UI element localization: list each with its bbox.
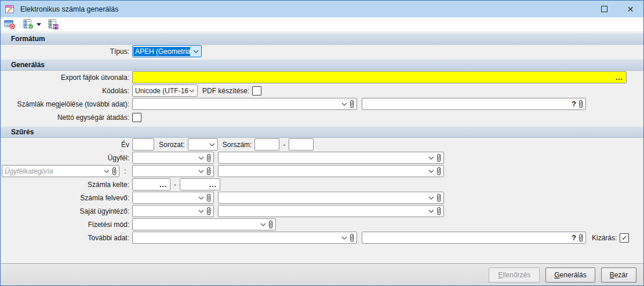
paperclip-icon[interactable] bbox=[436, 154, 441, 162]
tovabbi-adat-combo[interactable] bbox=[132, 232, 357, 244]
ellenorzes-button[interactable]: Ellenőrzés bbox=[489, 267, 540, 283]
ugyfelkategoria-combo[interactable]: Ügyfélkategória bbox=[2, 165, 119, 177]
ugyfel-row: Ügyfél: bbox=[1, 151, 643, 164]
megjeloles-extra-field[interactable]: ? bbox=[362, 98, 586, 110]
chevron-down-icon[interactable] bbox=[190, 46, 201, 57]
paperclip-icon[interactable] bbox=[436, 194, 441, 202]
close-icon: ✕ bbox=[627, 5, 634, 14]
maximize-button[interactable] bbox=[591, 1, 617, 17]
paperclip-icon[interactable] bbox=[578, 100, 583, 108]
ugyfelkategoria-value-combo[interactable] bbox=[132, 165, 214, 177]
szamla-kelte-row: Számla kelte: ... - ... bbox=[1, 178, 643, 191]
export-path-field[interactable]: ... bbox=[132, 71, 627, 83]
pdf-label: PDF készítése: bbox=[198, 87, 252, 95]
fizetesi-mod-row: Fizetési mód: bbox=[1, 218, 643, 231]
checklist-save-button[interactable] bbox=[46, 18, 60, 31]
form-cancel-icon bbox=[4, 19, 16, 30]
chevron-down-icon[interactable] bbox=[209, 143, 215, 146]
sorszam-label: Sorszám: bbox=[218, 141, 255, 149]
chevron-down-icon[interactable] bbox=[198, 196, 204, 200]
sajat-ugyintezo-name-combo[interactable] bbox=[218, 205, 444, 217]
szamla-felvevo-name-combo[interactable] bbox=[218, 192, 444, 204]
generalas-button[interactable]: Generálás bbox=[545, 267, 595, 283]
kodolas-label: Kódolás: bbox=[2, 87, 132, 95]
chevron-down-icon[interactable] bbox=[341, 236, 347, 240]
titlebar[interactable]: Elektronikus számla generálás ✕ bbox=[1, 1, 643, 17]
paperclip-icon[interactable] bbox=[268, 221, 273, 229]
szamla-felvevo-combo[interactable] bbox=[132, 192, 214, 204]
fizetesi-mod-label: Fizetési mód: bbox=[2, 221, 132, 229]
tovabbi-adat-extra-field[interactable]: ? bbox=[362, 232, 586, 244]
netto-row: Nettó egységár átadás: bbox=[1, 111, 643, 124]
help-icon[interactable]: ? bbox=[572, 100, 576, 108]
dialog-window: Elektronikus számla generálás ✕ bbox=[0, 0, 644, 286]
fizetesi-mod-combo[interactable] bbox=[132, 218, 276, 230]
paperclip-icon[interactable] bbox=[206, 154, 211, 162]
button-label: Bezár bbox=[610, 271, 628, 279]
chevron-down-icon[interactable] bbox=[341, 102, 347, 106]
paperclip-icon[interactable] bbox=[206, 194, 211, 202]
kizaras-label: Kizárás: bbox=[586, 234, 620, 242]
checklist-run-button[interactable] bbox=[21, 18, 35, 31]
toolbar bbox=[1, 17, 643, 32]
help-icon[interactable]: ? bbox=[572, 234, 576, 242]
range-dash: - bbox=[170, 181, 180, 189]
ev-field[interactable] bbox=[132, 138, 154, 151]
section-header-formatum: Formátum bbox=[1, 33, 643, 45]
chevron-down-icon[interactable] bbox=[189, 89, 195, 93]
paperclip-icon[interactable] bbox=[436, 207, 441, 215]
paperclip-icon[interactable] bbox=[436, 167, 441, 175]
ugyfel-combo[interactable] bbox=[132, 152, 214, 164]
netto-checkbox[interactable] bbox=[132, 113, 141, 122]
pdf-checkbox[interactable] bbox=[252, 86, 261, 96]
paperclip-icon[interactable] bbox=[350, 100, 354, 108]
szamla-kelte-to-field[interactable]: ... bbox=[180, 178, 220, 190]
chevron-down-icon[interactable] bbox=[198, 156, 204, 160]
paperclip-icon[interactable] bbox=[350, 234, 354, 242]
window-title: Elektronikus számla generálás bbox=[20, 5, 591, 13]
ugyfelkategoria-separator: : bbox=[119, 167, 129, 175]
bezar-button[interactable]: Bezár bbox=[601, 267, 636, 283]
section-header-szures: Szűrés bbox=[1, 126, 643, 138]
sajat-ugyintezo-combo[interactable] bbox=[132, 205, 214, 217]
chevron-down-icon[interactable] bbox=[428, 170, 434, 173]
ev-sorozat-sorszam-row: Év Sorozat: Sorszám: - bbox=[1, 138, 643, 151]
form-cancel-button[interactable] bbox=[3, 18, 17, 31]
chevron-down-icon[interactable] bbox=[198, 170, 204, 173]
export-path-row: Export fájlok útvonala: ... bbox=[1, 71, 643, 84]
browse-button[interactable]: ... bbox=[616, 75, 626, 80]
maximize-icon bbox=[601, 6, 607, 12]
chevron-down-icon[interactable] bbox=[104, 170, 110, 173]
szamla-kelte-from-field[interactable]: ... bbox=[132, 178, 170, 190]
chevron-down-icon[interactable] bbox=[428, 156, 434, 160]
ugyfel-name-combo[interactable] bbox=[218, 152, 444, 164]
paperclip-icon[interactable] bbox=[112, 167, 117, 175]
paperclip-icon[interactable] bbox=[578, 234, 583, 242]
sorozat-combo[interactable] bbox=[188, 138, 218, 151]
chevron-down-icon[interactable] bbox=[428, 196, 434, 200]
kodolas-row: Kódolás: Unicode (UTF-16) PDF készítése: bbox=[1, 84, 643, 97]
date-picker-button[interactable]: ... bbox=[209, 182, 220, 188]
paperclip-icon[interactable] bbox=[206, 167, 211, 175]
tipus-combo[interactable]: APEH (Geometria) bbox=[132, 45, 202, 57]
sajat-ugyintezo-row: Saját ügyintéző: bbox=[1, 204, 643, 218]
close-button[interactable]: ✕ bbox=[617, 1, 643, 17]
chevron-down-icon[interactable] bbox=[198, 210, 204, 213]
megjeloles-combo[interactable] bbox=[132, 98, 357, 110]
checklist-save-icon bbox=[48, 19, 59, 30]
chevron-down-icon[interactable] bbox=[428, 210, 434, 213]
sorszam-to-field[interactable] bbox=[289, 138, 314, 151]
ugyfelkategoria-name-combo[interactable] bbox=[218, 165, 444, 177]
szamla-kelte-label: Számla kelte: bbox=[2, 181, 132, 189]
date-picker-button[interactable]: ... bbox=[159, 182, 170, 188]
megjeloles-label: Számlák megjelölése (további adat): bbox=[2, 100, 132, 108]
dropdown-arrow-icon[interactable] bbox=[37, 23, 41, 26]
kodolas-value: Unicode (UTF-16) bbox=[133, 87, 189, 95]
dialog-body: Formátum Típus: APEH (Geometria) Generál… bbox=[1, 32, 643, 263]
chevron-down-icon[interactable] bbox=[260, 223, 266, 226]
sorszam-from-field[interactable] bbox=[254, 138, 279, 151]
kodolas-combo[interactable]: Unicode (UTF-16) bbox=[132, 85, 198, 97]
kizaras-checkbox[interactable]: ✓ bbox=[620, 233, 629, 243]
ugyfel-label: Ügyfél: bbox=[2, 154, 132, 162]
paperclip-icon[interactable] bbox=[206, 207, 211, 215]
